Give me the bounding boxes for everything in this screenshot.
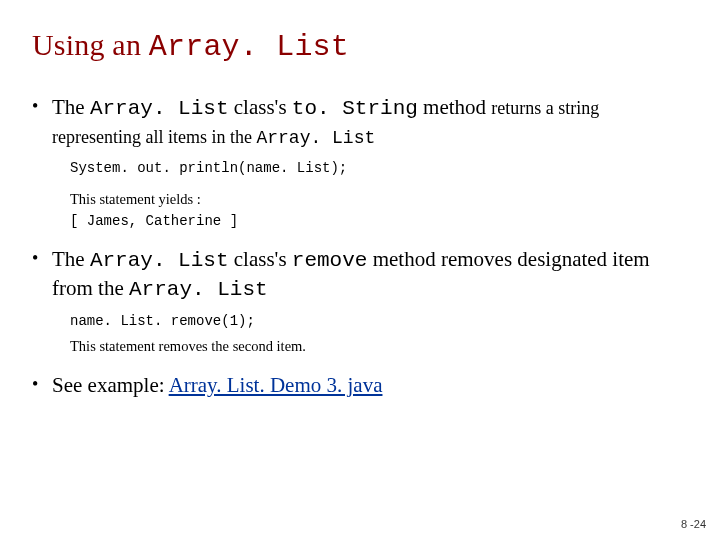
code-text: Array. List	[90, 249, 229, 272]
slide: Using an Array. List The Array. List cla…	[0, 0, 720, 540]
code-text: Array. List	[90, 97, 229, 120]
text: The	[52, 247, 90, 271]
code-text: Array. List	[256, 128, 375, 148]
bullet-item: See example: Array. List. Demo 3. java	[32, 372, 688, 399]
bullet-item: The Array. List class's remove method re…	[32, 246, 688, 359]
code-text: to. String	[292, 97, 418, 120]
title-mono: Array. List	[149, 30, 349, 64]
sub-block: name. List. remove(1); This statement re…	[52, 311, 688, 358]
text: This statement yields :	[70, 189, 688, 211]
title-prefix: Using an	[32, 28, 149, 61]
code-text: Array. List	[129, 278, 268, 301]
code-line: [ James, Catherine ]	[70, 211, 688, 232]
code-text: remove	[292, 249, 368, 272]
spacer	[70, 179, 688, 185]
bullet-list: The Array. List class's to. String metho…	[32, 94, 688, 399]
code-line: name. List. remove(1);	[70, 311, 688, 332]
sub-block: System. out. println(name. List); This s…	[52, 158, 688, 232]
text: This statement removes the second item.	[70, 336, 688, 358]
page-number: 8 -24	[681, 518, 706, 530]
text: method	[418, 95, 492, 119]
bullet-item: The Array. List class's to. String metho…	[32, 94, 688, 232]
code-line: System. out. println(name. List);	[70, 158, 688, 179]
text: class's	[229, 95, 292, 119]
example-link[interactable]: Array. List. Demo 3. java	[169, 373, 383, 397]
text: See example:	[52, 373, 169, 397]
slide-title: Using an Array. List	[32, 28, 688, 64]
text: class's	[229, 247, 292, 271]
text: The	[52, 95, 90, 119]
